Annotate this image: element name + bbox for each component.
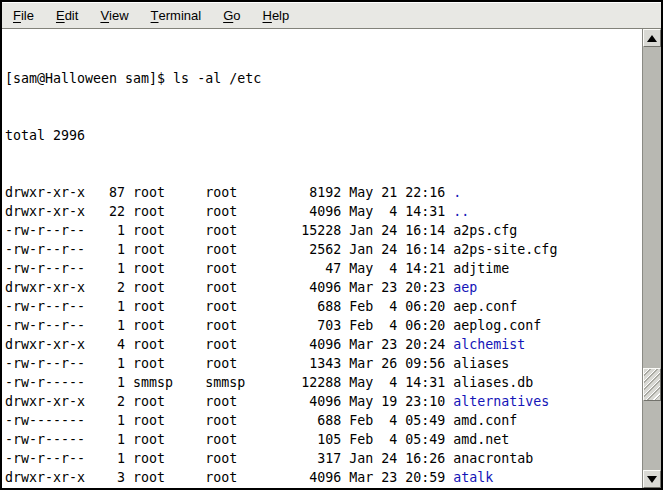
file-meta: -rw-r----- 1 smmsp smmsp 12288 May 4 14:… bbox=[5, 375, 453, 390]
file-meta: drwxr-xr-x 2 root root 4096 Mar 23 20:23 bbox=[5, 280, 453, 295]
terminal-line: -rw-r--r-- 1 root root 15228 Jan 24 16:1… bbox=[5, 221, 642, 240]
terminal-body: [sam@Halloween sam]$ ls -al /etc total 2… bbox=[2, 29, 661, 488]
terminal-line: -rw-r--r-- 1 root root 47 May 4 14:21 ad… bbox=[5, 259, 642, 278]
scroll-down-icon bbox=[647, 476, 657, 483]
terminal-line: -rw-r--r-- 1 root root 1343 Mar 26 09:56… bbox=[5, 354, 642, 373]
file-meta: -rw-r----- 1 root root 105 Feb 4 05:49 bbox=[5, 432, 453, 447]
file-name: amd.net bbox=[453, 432, 509, 447]
terminal-line: -rw-r--r-- 1 root root 317 Jan 24 16:26 … bbox=[5, 449, 642, 468]
file-name: atalk bbox=[453, 470, 493, 485]
file-meta: -rw-r--r-- 1 root root 1343 Mar 26 09:56 bbox=[5, 356, 453, 371]
file-name: aeplog.conf bbox=[453, 318, 541, 333]
terminal-line: -rw-r----- 1 root root 105 Feb 4 05:49 a… bbox=[5, 430, 642, 449]
scroll-up-icon bbox=[647, 35, 657, 42]
terminal-line: drwxr-xr-x 4 root root 4096 Mar 23 20:24… bbox=[5, 335, 642, 354]
file-name: .. bbox=[453, 204, 469, 219]
terminal-line: drwxr-xr-x 87 root root 8192 May 21 22:1… bbox=[5, 183, 642, 202]
prompt-line: [sam@Halloween sam]$ ls -al /etc bbox=[5, 69, 642, 88]
terminal-line: drwxr-xr-x 2 root root 4096 Mar 23 20:23… bbox=[5, 278, 642, 297]
file-meta: -rw-r--r-- 1 root root 47 May 4 14:21 bbox=[5, 261, 453, 276]
file-meta: -rw-r--r-- 1 root root 15228 Jan 24 16:1… bbox=[5, 223, 453, 238]
terminal-line: -rw-r--r-- 1 root root 703 Feb 4 06:20 a… bbox=[5, 316, 642, 335]
file-name: anacrontab bbox=[453, 451, 533, 466]
file-meta: drwxr-xr-x 4 root root 4096 Mar 23 20:24 bbox=[5, 337, 453, 352]
file-name: a2ps-site.cfg bbox=[453, 242, 557, 257]
file-name: adjtime bbox=[453, 261, 509, 276]
menu-view[interactable]: View bbox=[89, 3, 139, 28]
menubar: FileEditViewTerminalGoHelp bbox=[2, 2, 661, 29]
file-name: aliases bbox=[453, 356, 509, 371]
terminal-line: -rw-r----- 1 smmsp smmsp 12288 May 4 14:… bbox=[5, 373, 642, 392]
file-meta: -rw-r--r-- 1 root root 2562 Jan 24 16:14 bbox=[5, 242, 453, 257]
menu-file[interactable]: File bbox=[2, 3, 45, 28]
file-meta: -rw------- 1 root root 688 Feb 4 05:49 bbox=[5, 413, 453, 428]
file-meta: drwxr-xr-x 87 root root 8192 May 21 22:1… bbox=[5, 185, 453, 200]
file-meta: drwxr-xr-x 22 root root 4096 May 4 14:31 bbox=[5, 204, 453, 219]
terminal-line: drwxr-xr-x 3 root root 4096 Mar 23 20:59… bbox=[5, 468, 642, 487]
terminal-line: drwxr-xr-x 2 root root 4096 May 19 23:10… bbox=[5, 392, 642, 411]
scrollbar-trough[interactable] bbox=[643, 47, 661, 470]
file-name: a2ps.cfg bbox=[453, 223, 517, 238]
file-meta: drwxr-xr-x 3 root root 4096 Mar 23 20:59 bbox=[5, 470, 453, 485]
terminal-screen[interactable]: [sam@Halloween sam]$ ls -al /etc total 2… bbox=[2, 29, 642, 488]
menu-edit[interactable]: Edit bbox=[45, 3, 89, 28]
scrollbar-thumb[interactable] bbox=[643, 368, 661, 401]
scrollbar bbox=[642, 29, 661, 488]
menu-help[interactable]: Help bbox=[252, 3, 301, 28]
file-name: aep bbox=[453, 280, 477, 295]
terminal-line: -rw------- 1 root root 688 Feb 4 05:49 a… bbox=[5, 411, 642, 430]
terminal-line: -rw-r--r-- 1 root root 688 Feb 4 06:20 a… bbox=[5, 297, 642, 316]
terminal-window: FileEditViewTerminalGoHelp [sam@Hallowee… bbox=[0, 0, 663, 490]
file-meta: -rw-r--r-- 1 root root 703 Feb 4 06:20 bbox=[5, 318, 453, 333]
file-name: . bbox=[453, 185, 461, 200]
terminal-line: -rw-r--r-- 1 root root 2562 Jan 24 16:14… bbox=[5, 240, 642, 259]
file-name: alchemist bbox=[453, 337, 525, 352]
scroll-up-button[interactable] bbox=[643, 29, 661, 47]
menu-terminal[interactable]: Terminal bbox=[140, 3, 213, 28]
file-name: amd.conf bbox=[453, 413, 517, 428]
menu-go[interactable]: Go bbox=[212, 3, 251, 28]
scroll-down-button[interactable] bbox=[643, 470, 661, 488]
terminal-lines: drwxr-xr-x 87 root root 8192 May 21 22:1… bbox=[5, 183, 642, 488]
file-meta: -rw-r--r-- 1 root root 317 Jan 24 16:26 bbox=[5, 451, 453, 466]
file-meta: -rw-r--r-- 1 root root 688 Feb 4 06:20 bbox=[5, 299, 453, 314]
file-name: aliases.db bbox=[453, 375, 533, 390]
file-meta: drwxr-xr-x 2 root root 4096 May 19 23:10 bbox=[5, 394, 453, 409]
file-name: alternatives bbox=[453, 394, 549, 409]
file-name: aep.conf bbox=[453, 299, 517, 314]
terminal-line: drwxr-xr-x 22 root root 4096 May 4 14:31… bbox=[5, 202, 642, 221]
terminal-line: -rw------- 1 root root 1 Jan 24 16:45 at… bbox=[5, 487, 642, 488]
total-line: total 2996 bbox=[5, 126, 642, 145]
